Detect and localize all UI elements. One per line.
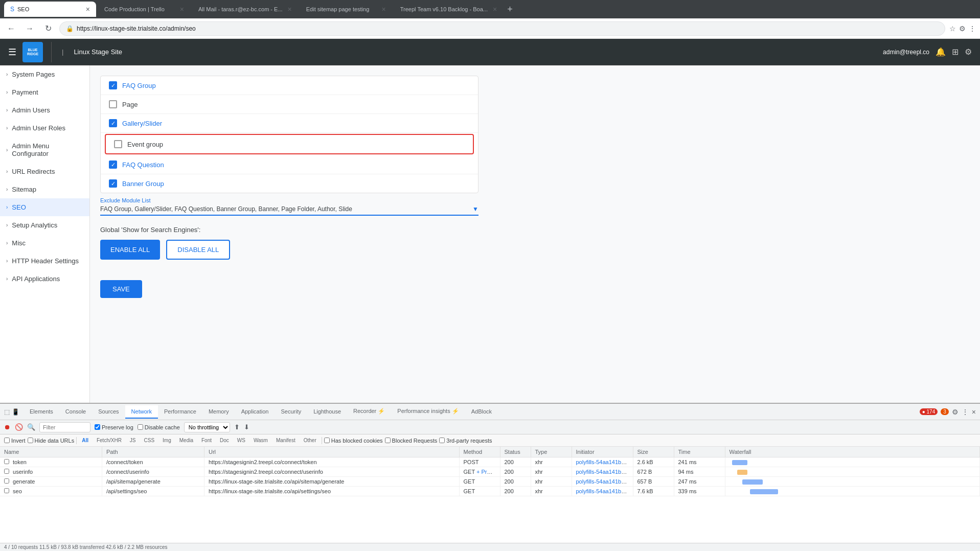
checkbox-event-group[interactable]	[114, 140, 122, 148]
devtools-inspect-icon[interactable]: ⬚	[4, 408, 10, 416]
devtools-settings-icon[interactable]: ⚙	[952, 408, 959, 416]
sidebar-item-admin-menu[interactable]: › Admin Menu Configurator	[0, 137, 89, 163]
blocked-cookies-checkbox[interactable]: Has blocked cookies	[324, 438, 383, 444]
tab-close-gmail[interactable]: ×	[288, 5, 292, 13]
back-button[interactable]: ←	[4, 21, 18, 36]
checkbox-faq-question[interactable]	[109, 160, 117, 169]
clear-button[interactable]: 🚫	[15, 423, 23, 431]
table-row[interactable]: generate /api/sitemap/generate https://l…	[0, 477, 980, 487]
devtools-device-icon[interactable]: 📱	[12, 408, 19, 416]
devtools-tab-adblock[interactable]: AdBlock	[465, 405, 498, 419]
devtools-close-icon[interactable]: ×	[972, 408, 976, 416]
filter-ws[interactable]: WS	[234, 437, 248, 444]
address-bar[interactable]: 🔒 https://linux-stage-site.trialsite.co/…	[59, 21, 945, 36]
devtools-tab-console[interactable]: Console	[59, 405, 92, 419]
filter-doc[interactable]: Doc	[217, 437, 232, 444]
filter-manifest[interactable]: Manifest	[273, 437, 299, 444]
filter-js[interactable]: JS	[127, 437, 139, 444]
td-initiator-userinfo[interactable]: polyfills-54aa141ba8878434e-js:1	[572, 467, 633, 476]
filter-other[interactable]: Other	[301, 437, 320, 444]
tab-edit[interactable]: Edit sitemap page testing ×	[300, 2, 392, 17]
checklist-item-page[interactable]: Page	[101, 95, 478, 114]
tab-close-trello[interactable]: ×	[180, 5, 184, 13]
devtools-tab-security[interactable]: Security	[275, 405, 307, 419]
sidebar-item-api-applications[interactable]: › API Applications	[0, 270, 89, 288]
sidebar-item-payment[interactable]: › Payment	[0, 83, 89, 101]
settings-icon[interactable]: ⚙	[965, 47, 972, 57]
filter-img[interactable]: Img	[159, 437, 174, 444]
preserve-log-checkbox[interactable]: Preserve log	[95, 424, 133, 430]
row-checkbox[interactable]	[4, 469, 9, 474]
exclude-dropdown-arrow[interactable]: ▼	[472, 205, 478, 213]
grid-icon[interactable]: ⊞	[952, 47, 959, 57]
import-button[interactable]: ⬆	[234, 423, 240, 431]
checklist-item-faq-question[interactable]: FAQ Question	[101, 155, 478, 174]
hide-data-urls-checkbox[interactable]: Hide data URLs	[28, 438, 75, 444]
reload-button[interactable]: ↻	[41, 21, 55, 36]
sidebar-item-misc[interactable]: › Misc	[0, 234, 89, 252]
tab-close-seo[interactable]: ×	[86, 5, 90, 13]
checkbox-banner-group[interactable]	[109, 179, 117, 188]
td-initiator-token[interactable]: polyfills-54aa141ba8878434e-js:1	[572, 457, 633, 467]
notification-icon[interactable]: 🔔	[936, 47, 946, 57]
sidebar-item-http-header[interactable]: › HTTP Header Settings	[0, 252, 89, 270]
checklist-item-event-group[interactable]: Event group	[105, 134, 474, 154]
devtools-tab-memory[interactable]: Memory	[202, 405, 235, 419]
table-row[interactable]: token /connect/token https://stagesignin…	[0, 457, 980, 467]
sidebar-item-seo[interactable]: › SEO	[0, 198, 89, 216]
bookmark-icon[interactable]: ☆	[949, 25, 956, 33]
disable-cache-checkbox[interactable]: Disable cache	[138, 424, 180, 430]
tab-close-treepl[interactable]: ×	[493, 5, 497, 13]
filter-media[interactable]: Media	[176, 437, 196, 444]
extension-icon[interactable]: ⚙	[959, 25, 966, 33]
filter-font[interactable]: Font	[198, 437, 215, 444]
enable-all-button[interactable]: ENABLE ALL	[100, 240, 160, 260]
checklist-item-gallery[interactable]: Gallery/Slider	[101, 114, 478, 133]
tab-treepl[interactable]: Treepl Team v6.10 Backlog - Boa... ×	[394, 2, 503, 17]
filter-fetch-xhr[interactable]: Fetch/XHR	[94, 437, 125, 444]
row-checkbox[interactable]	[4, 459, 9, 464]
third-party-checkbox[interactable]: 3rd-party requests	[439, 438, 492, 444]
sidebar-item-url-redirects[interactable]: › URL Redirects	[0, 163, 89, 180]
filter-all[interactable]: All	[79, 437, 92, 444]
invert-checkbox[interactable]: Invert	[4, 438, 26, 444]
td-initiator-seo[interactable]: polyfills-54aa141ba8878434e-js:1	[572, 487, 633, 496]
sidebar-item-sitemap[interactable]: › Sitemap	[0, 180, 89, 198]
record-button[interactable]: ⏺	[4, 423, 11, 431]
tab-gmail[interactable]: All Mail - taras.r@ez-bc.com - E... ×	[192, 2, 298, 17]
tab-close-edit[interactable]: ×	[382, 5, 386, 13]
tab-trello[interactable]: Code Production | Trello ×	[98, 2, 190, 17]
devtools-tab-performance[interactable]: Performance	[158, 405, 202, 419]
disable-all-button[interactable]: DISABLE ALL	[166, 240, 230, 260]
checkbox-faq-group[interactable]	[109, 81, 117, 89]
sidebar-item-setup-analytics[interactable]: › Setup Analytics	[0, 216, 89, 234]
export-button[interactable]: ⬇	[244, 423, 249, 431]
filter-wasm[interactable]: Wasm	[250, 437, 271, 444]
row-checkbox[interactable]	[4, 488, 9, 493]
td-initiator-generate[interactable]: polyfills-54aa141ba8878434e-js:1	[572, 477, 633, 486]
filter-css[interactable]: CSS	[141, 437, 158, 444]
devtools-tab-network[interactable]: Network	[125, 405, 158, 419]
devtools-more-icon[interactable]: ⋮	[962, 408, 969, 416]
menu-icon[interactable]: ⋮	[969, 25, 976, 33]
checklist-item-faq-group[interactable]: FAQ Group	[101, 76, 478, 95]
table-row[interactable]: userinfo /connect/userinfo https://stage…	[0, 467, 980, 477]
checklist-item-banner-group[interactable]: Banner Group	[101, 174, 478, 193]
search-button[interactable]: 🔍	[27, 423, 35, 431]
filter-input[interactable]	[39, 422, 90, 432]
checkbox-page[interactable]	[109, 100, 117, 108]
tab-seo[interactable]: S SEO ×	[4, 2, 96, 17]
devtools-tab-lighthouse[interactable]: Lighthouse	[307, 405, 347, 419]
sidebar-item-admin-user-roles[interactable]: › Admin User Roles	[0, 119, 89, 137]
table-row[interactable]: seo /api/settings/seo https://linux-stag…	[0, 487, 980, 496]
checkbox-gallery[interactable]	[109, 119, 117, 127]
forward-button[interactable]: →	[22, 21, 37, 36]
devtools-tab-sources[interactable]: Sources	[92, 405, 125, 419]
sidebar-item-system-pages[interactable]: › System Pages	[0, 65, 89, 83]
preflight-link[interactable]: + Preflight	[476, 469, 500, 475]
sidebar-item-admin-users[interactable]: › Admin Users	[0, 101, 89, 119]
devtools-tab-elements[interactable]: Elements	[24, 405, 59, 419]
new-tab-button[interactable]: +	[507, 4, 513, 15]
blocked-requests-checkbox[interactable]: Blocked Requests	[385, 438, 438, 444]
devtools-tab-perf-insights[interactable]: Performance insights ⚡	[391, 405, 465, 419]
